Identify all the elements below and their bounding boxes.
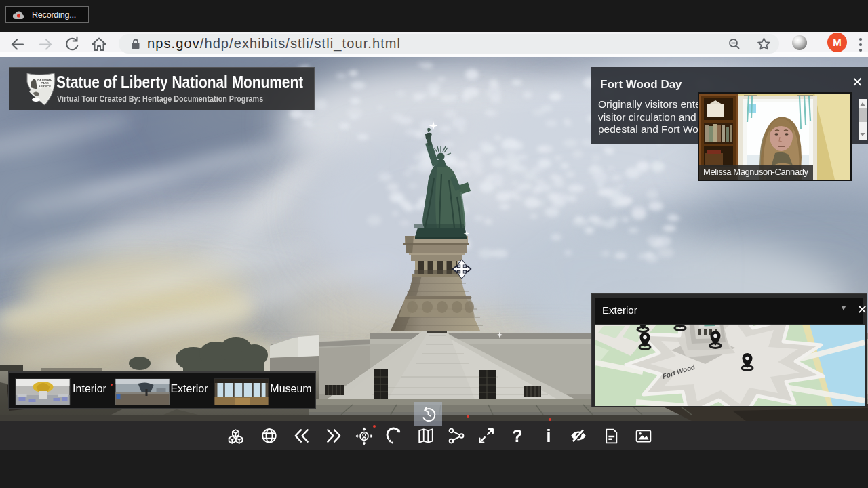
svg-text:SERVICE: SERVICE <box>39 85 52 88</box>
svg-text:Melissa Magnuson-Cannady: Melissa Magnuson-Cannady <box>703 167 809 177</box>
